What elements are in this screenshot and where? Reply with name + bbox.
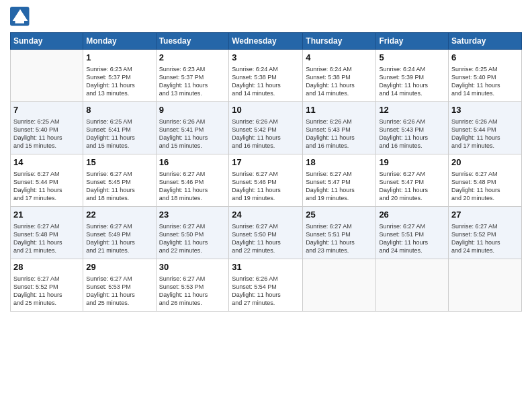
day-number: 14: [13, 156, 80, 169]
calendar-cell: 4Sunrise: 6:24 AM Sunset: 5:38 PM Daylig…: [303, 50, 376, 102]
day-info: Sunrise: 6:23 AM Sunset: 5:37 PM Dayligh…: [159, 65, 226, 98]
calendar-cell: 24Sunrise: 6:27 AM Sunset: 5:50 PM Dayli…: [229, 207, 303, 259]
day-info: Sunrise: 6:27 AM Sunset: 5:48 PM Dayligh…: [451, 170, 519, 203]
weekday-thursday: Thursday: [303, 33, 376, 50]
weekday-tuesday: Tuesday: [156, 33, 229, 50]
day-info: Sunrise: 6:27 AM Sunset: 5:52 PM Dayligh…: [13, 275, 80, 308]
day-info: Sunrise: 6:27 AM Sunset: 5:52 PM Dayligh…: [451, 222, 519, 255]
weekday-friday: Friday: [376, 33, 449, 50]
calendar-cell: 25Sunrise: 6:27 AM Sunset: 5:51 PM Dayli…: [303, 207, 376, 259]
day-info: Sunrise: 6:27 AM Sunset: 5:47 PM Dayligh…: [306, 170, 373, 203]
calendar-cell: 2Sunrise: 6:23 AM Sunset: 5:37 PM Daylig…: [156, 50, 229, 102]
day-info: Sunrise: 6:23 AM Sunset: 5:37 PM Dayligh…: [86, 65, 152, 98]
calendar-cell: [11, 50, 83, 102]
day-number: 24: [232, 209, 300, 221]
week-row-4: 21Sunrise: 6:27 AM Sunset: 5:48 PM Dayli…: [11, 207, 522, 259]
day-number: 18: [306, 156, 373, 169]
day-info: Sunrise: 6:27 AM Sunset: 5:48 PM Dayligh…: [13, 222, 80, 255]
day-info: Sunrise: 6:27 AM Sunset: 5:46 PM Dayligh…: [232, 170, 300, 203]
day-number: 4: [306, 52, 373, 64]
calendar-cell: 28Sunrise: 6:27 AM Sunset: 5:52 PM Dayli…: [11, 259, 83, 312]
day-info: Sunrise: 6:27 AM Sunset: 5:53 PM Dayligh…: [86, 275, 152, 308]
svg-rect-2: [15, 21, 25, 24]
calendar-cell: 16Sunrise: 6:27 AM Sunset: 5:46 PM Dayli…: [156, 154, 229, 207]
day-info: Sunrise: 6:25 AM Sunset: 5:40 PM Dayligh…: [451, 65, 519, 98]
day-number: 9: [159, 104, 226, 116]
weekday-wednesday: Wednesday: [229, 33, 303, 50]
day-info: Sunrise: 6:27 AM Sunset: 5:50 PM Dayligh…: [159, 222, 226, 255]
day-number: 30: [159, 261, 226, 273]
day-number: 6: [451, 52, 519, 64]
day-number: 10: [232, 104, 300, 116]
calendar-cell: [449, 259, 522, 312]
day-number: 1: [86, 52, 152, 64]
day-number: 27: [451, 209, 519, 221]
day-number: 22: [86, 209, 152, 221]
day-info: Sunrise: 6:26 AM Sunset: 5:44 PM Dayligh…: [451, 118, 519, 150]
day-info: Sunrise: 6:26 AM Sunset: 5:43 PM Dayligh…: [379, 118, 445, 150]
calendar-cell: 3Sunrise: 6:24 AM Sunset: 5:38 PM Daylig…: [229, 50, 303, 102]
day-number: 19: [379, 156, 445, 169]
day-number: 31: [232, 261, 300, 273]
day-number: 28: [13, 261, 80, 273]
calendar-cell: 18Sunrise: 6:27 AM Sunset: 5:47 PM Dayli…: [303, 154, 376, 207]
day-number: 25: [306, 209, 373, 221]
day-number: 11: [306, 104, 373, 116]
day-info: Sunrise: 6:27 AM Sunset: 5:45 PM Dayligh…: [86, 170, 152, 203]
calendar-cell: 14Sunrise: 6:27 AM Sunset: 5:44 PM Dayli…: [11, 154, 83, 207]
calendar-cell: 17Sunrise: 6:27 AM Sunset: 5:46 PM Dayli…: [229, 154, 303, 207]
day-info: Sunrise: 6:27 AM Sunset: 5:44 PM Dayligh…: [13, 170, 80, 203]
day-info: Sunrise: 6:27 AM Sunset: 5:53 PM Dayligh…: [159, 275, 226, 308]
weekday-header-row: SundayMondayTuesdayWednesdayThursdayFrid…: [11, 33, 522, 50]
day-number: 21: [13, 209, 80, 221]
day-number: 20: [451, 156, 519, 169]
calendar-cell: [376, 259, 449, 312]
day-info: Sunrise: 6:24 AM Sunset: 5:39 PM Dayligh…: [379, 65, 445, 98]
day-info: Sunrise: 6:25 AM Sunset: 5:40 PM Dayligh…: [13, 118, 80, 150]
day-number: 26: [379, 209, 445, 221]
day-number: 8: [86, 104, 152, 116]
day-number: 16: [159, 156, 226, 169]
weekday-sunday: Sunday: [11, 33, 83, 50]
page-header: [10, 7, 522, 27]
day-number: 29: [86, 261, 152, 273]
day-number: 3: [232, 52, 300, 64]
calendar-cell: 26Sunrise: 6:27 AM Sunset: 5:51 PM Dayli…: [376, 207, 449, 259]
day-info: Sunrise: 6:26 AM Sunset: 5:43 PM Dayligh…: [306, 118, 373, 150]
calendar-cell: 27Sunrise: 6:27 AM Sunset: 5:52 PM Dayli…: [449, 207, 522, 259]
day-number: 12: [379, 104, 445, 116]
calendar-cell: 22Sunrise: 6:27 AM Sunset: 5:49 PM Dayli…: [83, 207, 156, 259]
calendar-cell: 10Sunrise: 6:26 AM Sunset: 5:42 PM Dayli…: [229, 102, 303, 154]
week-row-2: 7Sunrise: 6:25 AM Sunset: 5:40 PM Daylig…: [11, 102, 522, 154]
weekday-saturday: Saturday: [449, 33, 522, 50]
day-info: Sunrise: 6:24 AM Sunset: 5:38 PM Dayligh…: [306, 65, 373, 98]
day-info: Sunrise: 6:27 AM Sunset: 5:51 PM Dayligh…: [306, 222, 373, 255]
day-info: Sunrise: 6:26 AM Sunset: 5:54 PM Dayligh…: [232, 275, 300, 308]
day-number: 2: [159, 52, 226, 64]
day-number: 15: [86, 156, 152, 169]
day-info: Sunrise: 6:27 AM Sunset: 5:46 PM Dayligh…: [159, 170, 226, 203]
calendar-cell: 6Sunrise: 6:25 AM Sunset: 5:40 PM Daylig…: [449, 50, 522, 102]
logo: [10, 7, 33, 27]
calendar-table: SundayMondayTuesdayWednesdayThursdayFrid…: [10, 32, 522, 312]
calendar-cell: 7Sunrise: 6:25 AM Sunset: 5:40 PM Daylig…: [11, 102, 83, 154]
day-number: 13: [451, 104, 519, 116]
calendar-cell: 1Sunrise: 6:23 AM Sunset: 5:37 PM Daylig…: [83, 50, 156, 102]
calendar-cell: 15Sunrise: 6:27 AM Sunset: 5:45 PM Dayli…: [83, 154, 156, 207]
day-info: Sunrise: 6:24 AM Sunset: 5:38 PM Dayligh…: [232, 65, 300, 98]
calendar-cell: 12Sunrise: 6:26 AM Sunset: 5:43 PM Dayli…: [376, 102, 449, 154]
day-number: 17: [232, 156, 300, 169]
calendar-cell: 9Sunrise: 6:26 AM Sunset: 5:41 PM Daylig…: [156, 102, 229, 154]
day-info: Sunrise: 6:27 AM Sunset: 5:50 PM Dayligh…: [232, 222, 300, 255]
day-info: Sunrise: 6:27 AM Sunset: 5:47 PM Dayligh…: [379, 170, 445, 203]
day-number: 5: [379, 52, 445, 64]
calendar-cell: [303, 259, 376, 312]
day-number: 23: [159, 209, 226, 221]
calendar-cell: 8Sunrise: 6:25 AM Sunset: 5:41 PM Daylig…: [83, 102, 156, 154]
day-info: Sunrise: 6:26 AM Sunset: 5:41 PM Dayligh…: [159, 118, 226, 150]
calendar-cell: 23Sunrise: 6:27 AM Sunset: 5:50 PM Dayli…: [156, 207, 229, 259]
calendar-cell: 11Sunrise: 6:26 AM Sunset: 5:43 PM Dayli…: [303, 102, 376, 154]
day-info: Sunrise: 6:27 AM Sunset: 5:49 PM Dayligh…: [86, 222, 152, 255]
calendar-cell: 13Sunrise: 6:26 AM Sunset: 5:44 PM Dayli…: [449, 102, 522, 154]
day-number: 7: [13, 104, 80, 116]
